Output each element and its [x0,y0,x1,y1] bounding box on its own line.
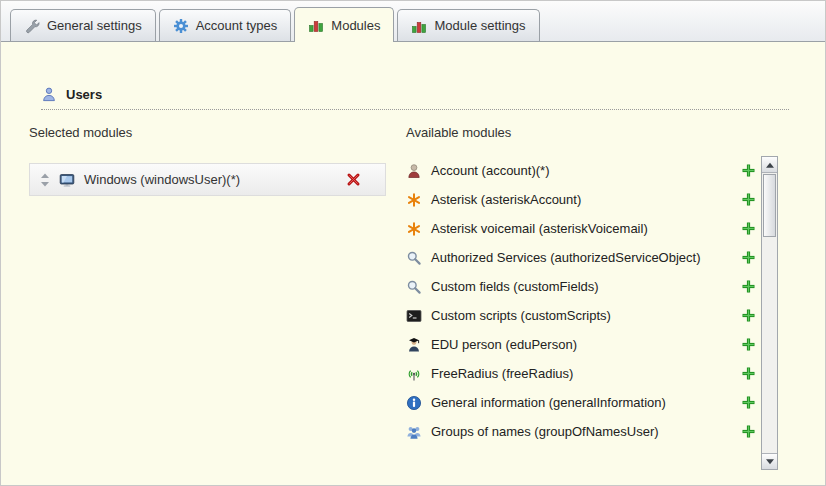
scrollbar-thumb[interactable] [763,174,776,237]
tab-label: Modules [331,18,380,33]
available-module-row: General information (generalInformation) [406,388,759,417]
tab-bar: General settings Account types Modules M… [1,1,825,42]
tab-account-types[interactable]: Account types [159,9,292,41]
wrench-icon [24,18,40,34]
magnifier-icon [406,250,422,266]
available-module-label: General information (generalInformation) [431,395,666,410]
asterisk-icon [406,221,422,237]
available-module-row: Asterisk voicemail (asteriskVoicemail) [406,214,759,243]
tab-label: Account types [196,18,278,33]
lam-configuration-window: General settings Account types Modules M… [0,0,826,486]
available-module-row: Groups of names (groupOfNamesUser) [406,417,759,446]
available-module-row: EDU person (eduPerson) [406,330,759,359]
available-module-row: Asterisk (asteriskAccount) [406,185,759,214]
add-module-button[interactable] [742,164,755,177]
group-icon [406,424,422,440]
magnifier-icon [406,279,422,295]
scroll-up-button[interactable] [762,157,777,173]
tab-label: Module settings [434,18,525,33]
add-module-button[interactable] [742,251,755,264]
add-module-button[interactable] [742,309,755,322]
remove-module-button[interactable] [346,172,361,187]
available-module-row: FreeRadius (freeRadius) [406,359,759,388]
available-module-row: Custom scripts (customScripts) [406,301,759,330]
section-title: Users [66,87,102,102]
available-module-row: Custom fields (customFields) [406,272,759,301]
selected-modules-heading: Selected modules [29,125,132,140]
tab-general-settings[interactable]: General settings [10,9,156,41]
tab-label: General settings [47,18,142,33]
available-module-label: FreeRadius (freeRadius) [431,366,573,381]
available-module-label: Custom fields (customFields) [431,279,599,294]
available-module-label: EDU person (eduPerson) [431,337,577,352]
users-icon [41,86,57,102]
antenna-icon [406,366,422,382]
add-module-button[interactable] [742,193,755,206]
add-module-button[interactable] [742,280,755,293]
edu-person-icon [406,337,422,353]
add-module-button[interactable] [742,338,755,351]
available-module-label: Groups of names (groupOfNamesUser) [431,424,659,439]
add-module-button[interactable] [742,222,755,235]
available-module-label: Account (account)(*) [431,163,550,178]
modules-icon [308,17,324,33]
available-module-row: Account (account)(*) [406,156,759,185]
add-module-button[interactable] [742,367,755,380]
tab-modules[interactable]: Modules [294,7,394,42]
windows-icon [59,172,75,188]
available-modules-scrollbar[interactable] [761,156,778,470]
selected-module-row[interactable]: Windows (windowsUser)(*) [29,163,386,196]
module-settings-icon [411,18,427,34]
add-module-button[interactable] [742,425,755,438]
available-modules-heading: Available modules [406,125,511,140]
info-icon [406,395,422,411]
available-module-label: Authorized Services (authorizedServiceOb… [431,250,701,265]
add-module-button[interactable] [742,396,755,409]
scroll-down-button[interactable] [762,453,777,469]
gear-icon [173,18,189,34]
terminal-icon [406,308,422,324]
available-modules-list: Account (account)(*)Asterisk (asteriskAc… [406,156,759,446]
available-module-label: Asterisk (asteriskAccount) [431,192,581,207]
selected-module-label: Windows (windowsUser)(*) [84,172,240,187]
available-module-row: Authorized Services (authorizedServiceOb… [406,243,759,272]
available-module-label: Asterisk voicemail (asteriskVoicemail) [431,221,648,236]
drag-handle-icon[interactable] [40,173,50,187]
users-section-heading: Users [41,86,789,110]
asterisk-icon [406,192,422,208]
available-module-label: Custom scripts (customScripts) [431,308,611,323]
tab-module-settings[interactable]: Module settings [397,9,539,41]
account-icon [406,163,422,179]
modules-panel: Users Selected modules Available modules… [1,42,825,485]
